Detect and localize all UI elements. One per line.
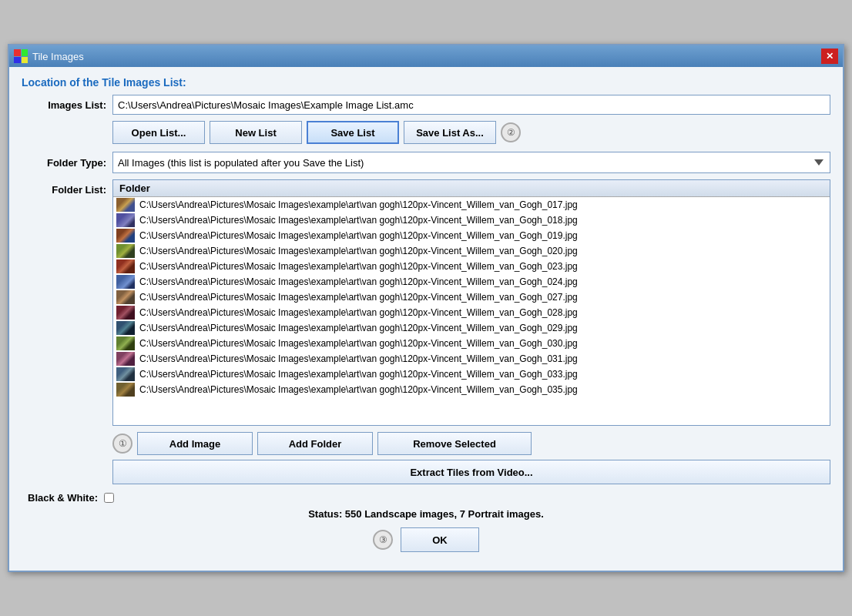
list-item[interactable]: C:\Users\Andrea\Pictures\Mosaic Images\e… [113,320,830,336]
images-list-row: Images List: [22,95,830,115]
list-item[interactable]: C:\Users\Andrea\Pictures\Mosaic Images\e… [113,213,830,228]
thumbnail [116,275,135,289]
bw-label: Black & White: [28,492,98,504]
main-window: Tile Images ✕ Location of the Tile Image… [8,44,844,572]
title-bar-left: Tile Images [14,49,84,63]
thumbnail [116,213,135,227]
thumbnail [116,259,135,273]
list-item-text: C:\Users\Andrea\Pictures\Mosaic Images\e… [139,338,578,349]
add-folder-button[interactable]: Add Folder [257,432,373,455]
extract-row: Extract Tiles from Video... [112,460,830,484]
list-item[interactable]: C:\Users\Andrea\Pictures\Mosaic Images\e… [113,274,830,290]
thumbnail [116,321,135,335]
list-item-text: C:\Users\Andrea\Pictures\Mosaic Images\e… [139,261,578,272]
list-item[interactable]: C:\Users\Andrea\Pictures\Mosaic Images\e… [113,305,830,320]
list-item[interactable]: C:\Users\Andrea\Pictures\Mosaic Images\e… [113,197,830,213]
title-bar: Tile Images ✕ [9,45,843,67]
folder-type-label: Folder Type: [22,157,106,169]
folder-type-select[interactable]: All Images (this list is populated after… [112,152,830,173]
thumbnail [116,367,135,381]
list-item-text: C:\Users\Andrea\Pictures\Mosaic Images\e… [139,246,578,256]
list-item-text: C:\Users\Andrea\Pictures\Mosaic Images\e… [139,276,578,287]
list-item[interactable]: C:\Users\Andrea\Pictures\Mosaic Images\e… [113,367,830,382]
save-list-button[interactable]: Save List [307,121,399,144]
list-item[interactable]: C:\Users\Andrea\Pictures\Mosaic Images\e… [113,351,830,367]
status-text: Status: 550 Landscape images, 7 Portrait… [308,508,544,520]
list-item-text: C:\Users\Andrea\Pictures\Mosaic Images\e… [139,215,578,226]
content-area: Location of the Tile Images List: Images… [9,67,843,571]
thumbnail [116,383,135,397]
section-title: Location of the Tile Images List: [22,76,830,89]
list-item-text: C:\Users\Andrea\Pictures\Mosaic Images\e… [139,384,578,395]
list-header: Folder [113,180,830,197]
thumbnail [116,198,135,212]
list-item[interactable]: C:\Users\Andrea\Pictures\Mosaic Images\e… [113,243,830,259]
help-icon-2: ① [112,434,132,454]
list-item-text: C:\Users\Andrea\Pictures\Mosaic Images\e… [139,323,578,333]
ok-button[interactable]: OK [401,527,479,552]
extract-tiles-button[interactable]: Extract Tiles from Video... [112,460,830,484]
status-row: Status: 550 Landscape images, 7 Portrait… [22,508,830,520]
list-item[interactable]: C:\Users\Andrea\Pictures\Mosaic Images\e… [113,290,830,305]
help-icon-1: ② [501,122,521,142]
folder-list-section: Folder List: Folder C:\Users\Andrea\Pict… [22,179,830,426]
thumbnail [116,290,135,304]
bw-checkbox[interactable] [104,493,114,503]
action-buttons-row: ① Add Image Add Folder Remove Selected [112,432,830,455]
thumbnail [116,352,135,366]
app-icon [14,49,28,63]
list-button-row: Open List... New List Save List Save Lis… [112,121,830,144]
bw-row: Black & White: [28,492,830,504]
list-item[interactable]: C:\Users\Andrea\Pictures\Mosaic Images\e… [113,259,830,274]
list-item-text: C:\Users\Andrea\Pictures\Mosaic Images\e… [139,307,578,318]
new-list-button[interactable]: New List [210,121,302,144]
list-item-text: C:\Users\Andrea\Pictures\Mosaic Images\e… [139,369,578,380]
help-icon-3: ③ [373,530,393,550]
remove-selected-button[interactable]: Remove Selected [377,432,532,455]
thumbnail [116,244,135,258]
folder-list-label: Folder List: [22,179,106,196]
thumbnail [116,336,135,350]
list-item-text: C:\Users\Andrea\Pictures\Mosaic Images\e… [139,353,578,364]
ok-row: ③ OK [22,527,830,561]
images-list-input[interactable] [112,95,830,115]
list-item[interactable]: C:\Users\Andrea\Pictures\Mosaic Images\e… [113,228,830,243]
open-list-button[interactable]: Open List... [112,121,205,144]
folder-list-container[interactable]: Folder C:\Users\Andrea\Pictures\Mosaic I… [112,179,830,426]
window-title: Tile Images [32,51,84,62]
list-item[interactable]: C:\Users\Andrea\Pictures\Mosaic Images\e… [113,382,830,397]
list-items: C:\Users\Andrea\Pictures\Mosaic Images\e… [113,197,830,397]
list-item-text: C:\Users\Andrea\Pictures\Mosaic Images\e… [139,230,578,241]
thumbnail [116,229,135,243]
add-image-button[interactable]: Add Image [137,432,253,455]
thumbnail [116,306,135,320]
list-item[interactable]: C:\Users\Andrea\Pictures\Mosaic Images\e… [113,336,830,351]
close-button[interactable]: ✕ [821,49,838,64]
save-list-as-button[interactable]: Save List As... [404,121,496,144]
list-item-text: C:\Users\Andrea\Pictures\Mosaic Images\e… [139,292,578,303]
list-item-text: C:\Users\Andrea\Pictures\Mosaic Images\e… [139,199,578,210]
images-list-label: Images List: [22,99,106,111]
folder-type-row: Folder Type: All Images (this list is po… [22,152,830,173]
